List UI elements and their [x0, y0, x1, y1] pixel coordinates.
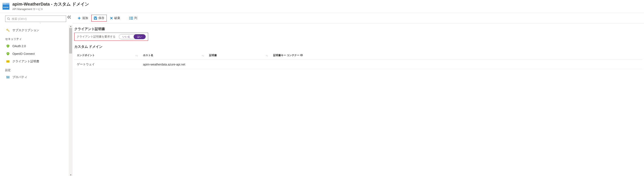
columns-label: 列 [134, 16, 137, 20]
sidebar-item-label: OpenID Connect [12, 52, 34, 56]
key-icon [6, 28, 10, 32]
svg-rect-19 [129, 18, 130, 18]
discard-label: 破棄 [114, 16, 120, 20]
sort-icon[interactable]: ↑↓ [202, 54, 204, 57]
cell-endpoint: ゲートウェイ [74, 62, 140, 66]
plus-icon [78, 16, 81, 20]
sidebar-item-label: クライアント証明書 [12, 60, 39, 63]
svg-point-6 [7, 61, 8, 62]
add-button[interactable]: 追加 [75, 15, 90, 22]
columns-icon [129, 17, 133, 20]
sidebar-search[interactable] [5, 16, 66, 22]
certificate-icon [6, 60, 10, 63]
sidebar-item-label: サブスクリプション [12, 28, 39, 32]
service-type: API Management サービス [12, 8, 89, 11]
svg-rect-16 [95, 17, 96, 18]
svg-rect-18 [129, 17, 130, 17]
toggle-yes[interactable]: はい [134, 34, 146, 39]
svg-rect-23 [130, 19, 133, 20]
col-kvid[interactable]: 証明書キー コンテナー ID [271, 54, 642, 57]
client-cert-setting: クライアント証明書を要求する いいえ はい [74, 33, 148, 41]
svg-rect-21 [130, 17, 133, 17]
table-header: エンドポイント ↑↓ ホスト名 ↑↓ 証明書 ↑↓ 証明書キー コンテナー [74, 51, 642, 60]
toggle-no[interactable]: いいえ [119, 34, 134, 39]
search-input[interactable] [11, 17, 64, 21]
sort-icon[interactable]: ↑↓ [136, 54, 138, 57]
columns-button[interactable]: 列 [127, 15, 140, 22]
svg-rect-3 [8, 46, 8, 46]
collapse-sidebar-icon[interactable]: ❮❮ [67, 15, 70, 18]
main-content: 追加 保存 破棄 [72, 13, 644, 176]
search-icon [7, 17, 10, 20]
overflow-indicator: ¨ [13, 23, 68, 25]
cell-host: apim-weatherdata.azure-api.net [140, 63, 207, 66]
scroll-thumb[interactable] [69, 28, 72, 54]
svg-rect-15 [9, 77, 10, 77]
svg-line-1 [9, 20, 10, 20]
shield-icon [6, 52, 10, 56]
save-button[interactable]: 保存 [91, 15, 107, 22]
add-label: 追加 [82, 16, 88, 20]
sidebar-item-label: プロパティ [12, 75, 27, 79]
service-icon-label: WWW [2, 5, 10, 10]
svg-rect-13 [6, 76, 7, 77]
col-host[interactable]: ホスト名 ↑↓ [140, 54, 207, 57]
close-icon [110, 17, 113, 20]
page-header: WWW apim-WeatherData - カスタム ドメイン API Man… [0, 0, 644, 13]
svg-rect-22 [130, 18, 133, 18]
domain-table: エンドポイント ↑↓ ホスト名 ↑↓ 証明書 ↑↓ 証明書キー コンテナー [74, 51, 642, 69]
svg-rect-4 [8, 53, 8, 54]
svg-point-0 [8, 18, 10, 20]
sidebar-item-properties[interactable]: プロパティ [5, 74, 68, 81]
section-security: セキュリティ [5, 37, 68, 41]
client-cert-label: クライアント証明書を要求する [77, 35, 116, 38]
toolbar: 追加 保存 破棄 [72, 13, 644, 24]
col-endpoint[interactable]: エンドポイント ↑↓ [74, 54, 140, 57]
svg-rect-20 [129, 19, 130, 20]
sidebar-item-client-cert[interactable]: クライアント証明書 [5, 58, 68, 65]
sidebar-item-openid[interactable]: OpenID Connect [5, 50, 68, 58]
col-cert[interactable]: 証明書 ↑↓ [207, 54, 271, 57]
sidebar-item-label: OAuth 2.0 [12, 44, 26, 48]
client-cert-toggle[interactable]: いいえ はい [119, 34, 146, 39]
sidebar: ❮❮ ¨ サブスクリプション セキュリティ [0, 13, 72, 176]
save-icon [94, 16, 97, 20]
discard-button[interactable]: 破棄 [108, 15, 122, 22]
sidebar-item-subscriptions[interactable]: サブスクリプション [5, 26, 68, 34]
save-label: 保存 [98, 16, 104, 20]
table-row[interactable]: ゲートウェイ apim-weatherdata.azure-api.net [74, 60, 642, 69]
sort-icon[interactable]: ↑↓ [266, 54, 268, 57]
page-title: apim-WeatherData - カスタム ドメイン [12, 1, 89, 7]
sliders-icon [6, 76, 10, 79]
client-cert-heading: クライアント証明書 [74, 27, 642, 31]
svg-rect-14 [8, 78, 8, 78]
service-icon: WWW [2, 3, 10, 10]
scroll-up-icon[interactable]: ▴ [69, 25, 72, 27]
custom-domain-heading: カスタム ドメイン [74, 44, 642, 49]
shield-icon [6, 44, 10, 48]
scroll-down-icon[interactable]: ▾ [69, 174, 72, 176]
sidebar-item-oauth[interactable]: OAuth 2.0 [5, 42, 68, 50]
sidebar-scrollbar[interactable]: ▴ ▾ [69, 25, 72, 176]
section-settings: 設定 [5, 68, 68, 72]
